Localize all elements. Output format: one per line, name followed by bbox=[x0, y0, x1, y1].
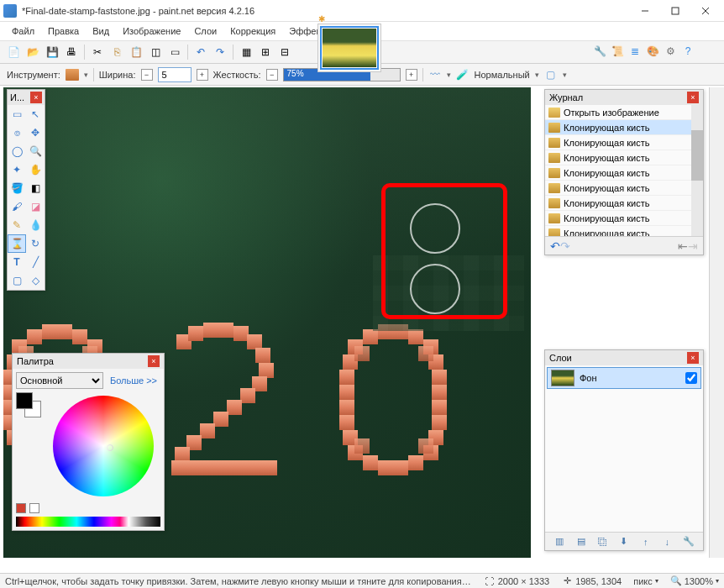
picker-tool[interactable]: 💧 bbox=[26, 216, 45, 234]
fill-tool[interactable]: 🪣 bbox=[8, 179, 26, 197]
pencil-tool[interactable]: ✎ bbox=[8, 216, 26, 234]
vertical-scrollbar[interactable] bbox=[709, 87, 724, 558]
move-down-icon[interactable]: ↓ bbox=[660, 535, 674, 549]
new-file-icon[interactable]: 📄 bbox=[5, 44, 22, 60]
ellipse-select-tool[interactable]: ◯ bbox=[8, 142, 26, 160]
history-scrollbar[interactable] bbox=[691, 105, 703, 236]
recolor-tool[interactable]: ↻ bbox=[26, 234, 45, 253]
minimize-button[interactable] bbox=[630, 1, 660, 21]
deselect-icon[interactable]: ▭ bbox=[166, 44, 183, 60]
tools-close-icon[interactable]: × bbox=[30, 92, 42, 103]
antialias-icon[interactable]: 〰 bbox=[428, 68, 442, 81]
history-item-clone[interactable]: Клонирующая кисть bbox=[545, 150, 703, 165]
delete-layer-icon[interactable]: ▤ bbox=[574, 535, 588, 549]
history-item-clone[interactable]: Клонирующая кисть bbox=[545, 135, 703, 150]
brush-tool[interactable]: 🖌 bbox=[8, 197, 26, 216]
wand-tool[interactable]: ✦ bbox=[8, 160, 26, 179]
layers-close-icon[interactable]: × bbox=[687, 352, 699, 364]
text-tool[interactable]: T bbox=[8, 253, 26, 271]
palette-more-link[interactable]: Больше >> bbox=[107, 375, 160, 386]
width-increase[interactable]: + bbox=[197, 69, 208, 81]
units-icon[interactable]: ⊟ bbox=[276, 44, 293, 60]
layers-window-icon[interactable]: ≣ bbox=[627, 44, 643, 59]
menu-adjust[interactable]: Коррекция bbox=[223, 24, 282, 39]
rect-shape-tool[interactable]: ▢ bbox=[8, 271, 26, 290]
menu-layers[interactable]: Слои bbox=[187, 24, 223, 39]
help-icon[interactable]: ? bbox=[680, 44, 695, 59]
history-item-clone[interactable]: Клонирующая кисть bbox=[545, 211, 703, 226]
history-ffwd-icon[interactable]: ⇥ bbox=[688, 239, 698, 253]
layer-item[interactable]: Фон bbox=[547, 367, 701, 389]
ruler-icon[interactable]: ⊞ bbox=[257, 44, 274, 60]
hardness-increase[interactable]: + bbox=[406, 69, 417, 81]
grid-icon[interactable]: ▦ bbox=[238, 44, 254, 60]
duplicate-layer-icon[interactable]: ⿻ bbox=[595, 535, 609, 549]
menu-file[interactable]: Файл bbox=[5, 24, 41, 39]
image-thumbnail-panel[interactable]: ✱ bbox=[317, 24, 381, 72]
cut-icon[interactable]: ✂ bbox=[89, 44, 106, 60]
menu-image[interactable]: Изображение bbox=[116, 24, 187, 39]
undo-icon[interactable]: ↶ bbox=[192, 44, 209, 60]
history-list[interactable]: Открыть изображение Клонирующая кисть Кл… bbox=[545, 105, 703, 236]
palette-close-icon[interactable]: × bbox=[148, 355, 160, 367]
palette-panel[interactable]: Палитра× Основной Больше >> bbox=[12, 353, 165, 531]
sampling-icon[interactable]: ▢ bbox=[544, 68, 558, 81]
color-swatch-pair[interactable] bbox=[16, 392, 41, 417]
add-layer-icon[interactable]: ▥ bbox=[553, 535, 566, 549]
save-file-icon[interactable]: 💾 bbox=[44, 44, 60, 60]
history-rewind-icon[interactable]: ⇤ bbox=[678, 239, 688, 253]
lasso-tool[interactable]: ⌾ bbox=[8, 123, 26, 142]
width-decrease[interactable]: − bbox=[141, 69, 153, 81]
layer-properties-icon[interactable]: 🔧 bbox=[682, 535, 695, 549]
shapes-tool[interactable]: ◇ bbox=[26, 271, 45, 290]
hardness-decrease[interactable]: − bbox=[266, 69, 278, 81]
tools-window-icon[interactable]: 🔧 bbox=[592, 44, 607, 59]
primary-color-swatch[interactable] bbox=[16, 392, 33, 409]
history-close-icon[interactable]: × bbox=[687, 92, 699, 103]
copy-icon[interactable]: ⎘ bbox=[108, 44, 125, 60]
settings-icon[interactable]: ⚙ bbox=[663, 44, 678, 59]
maximize-button[interactable] bbox=[660, 1, 690, 21]
move-up-icon[interactable]: ↑ bbox=[639, 535, 653, 549]
redo-icon[interactable]: ↷ bbox=[212, 44, 228, 60]
gradient-tool[interactable]: ◧ bbox=[26, 179, 45, 197]
menu-view[interactable]: Вид bbox=[86, 24, 116, 39]
layers-panel[interactable]: Слои× Фон ▥ ▤ ⿻ ⬇ ↑ ↓ 🔧 bbox=[544, 349, 704, 551]
blend-bucket-icon[interactable]: 🧪 bbox=[456, 68, 470, 81]
close-button[interactable] bbox=[690, 1, 721, 21]
move-tool[interactable]: ↖ bbox=[26, 105, 45, 123]
eraser-tool[interactable]: ◪ bbox=[26, 197, 45, 216]
color-strip[interactable] bbox=[16, 517, 160, 527]
mini-swatch-white[interactable] bbox=[29, 503, 39, 513]
merge-layer-icon[interactable]: ⬇ bbox=[617, 535, 631, 549]
zoom-out-icon[interactable]: 🔍 bbox=[670, 575, 682, 587]
rect-select-tool[interactable]: ▭ bbox=[8, 105, 26, 123]
history-undo-icon[interactable]: ↶ bbox=[550, 239, 560, 253]
history-window-icon[interactable]: 📜 bbox=[610, 44, 625, 59]
open-file-icon[interactable]: 📂 bbox=[24, 44, 41, 60]
crop-icon[interactable]: ◫ bbox=[147, 44, 164, 60]
color-wheel[interactable] bbox=[53, 396, 154, 496]
colors-window-icon[interactable]: 🎨 bbox=[645, 44, 660, 59]
history-item-clone[interactable]: Клонирующая кисть bbox=[545, 196, 703, 211]
width-input[interactable] bbox=[158, 67, 191, 82]
history-item-clone[interactable]: Клонирующая кисть bbox=[545, 226, 703, 236]
mini-swatch-red[interactable] bbox=[16, 503, 26, 513]
line-tool[interactable]: ╱ bbox=[26, 253, 45, 271]
move-selection-tool[interactable]: ✥ bbox=[26, 123, 45, 142]
tools-panel[interactable]: И...× ▭ ↖ ⌾ ✥ ◯ 🔍 ✦ ✋ 🪣 ◧ 🖌 ◪ ✎ 💧 ⌛ ↻ T … bbox=[7, 89, 45, 291]
clone-tool[interactable]: ⌛ bbox=[8, 234, 26, 253]
status-zoom[interactable]: 1300% bbox=[685, 576, 713, 586]
color-mode-select[interactable]: Основной bbox=[16, 372, 103, 389]
history-panel[interactable]: Журнал× Открыть изображение Клонирующая … bbox=[544, 89, 704, 255]
print-icon[interactable]: 🖶 bbox=[63, 44, 80, 60]
pan-tool[interactable]: ✋ bbox=[26, 160, 45, 179]
status-unit[interactable]: пикс bbox=[633, 576, 653, 586]
paste-icon[interactable]: 📋 bbox=[128, 44, 144, 60]
history-redo-icon[interactable]: ↷ bbox=[560, 239, 570, 253]
history-item-clone[interactable]: Клонирующая кисть bbox=[545, 120, 703, 135]
zoom-tool[interactable]: 🔍 bbox=[26, 142, 45, 160]
history-item-open[interactable]: Открыть изображение bbox=[545, 105, 703, 120]
menu-edit[interactable]: Правка bbox=[41, 24, 86, 39]
layer-visible-checkbox[interactable] bbox=[685, 372, 697, 384]
